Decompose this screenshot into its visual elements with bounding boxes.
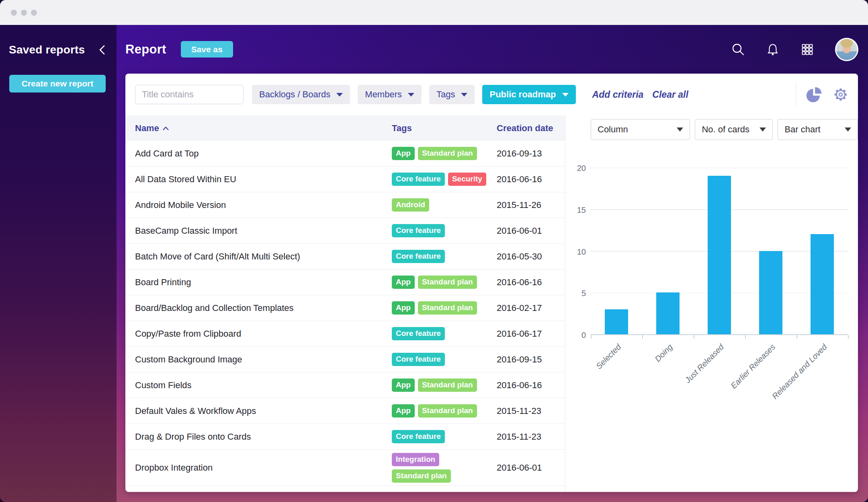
search-icon[interactable] bbox=[731, 43, 745, 56]
filter-backlogs-boards[interactable]: Backlogs / Boards bbox=[252, 85, 350, 104]
pie-chart-icon[interactable] bbox=[806, 86, 823, 103]
clear-all-link[interactable]: Clear all bbox=[652, 89, 688, 100]
table-row[interactable]: Board PrintingAppStandard plan2016-06-16 bbox=[125, 270, 565, 295]
tag-pill: App bbox=[392, 301, 415, 315]
table-row[interactable]: Board/Backlog and Collection TemplatesAp… bbox=[125, 295, 565, 321]
caret-down-icon bbox=[336, 93, 343, 97]
window-dot[interactable] bbox=[21, 10, 27, 16]
filter-tags[interactable]: Tags bbox=[429, 85, 475, 104]
title-contains-input[interactable] bbox=[135, 85, 244, 104]
table-row[interactable]: Batch Move of Card (Shift/Alt Multi Sele… bbox=[125, 244, 565, 270]
create-report-button[interactable]: Create new report bbox=[9, 75, 106, 93]
table-row[interactable]: Add Card at TopAppStandard plan2016-09-1… bbox=[125, 141, 565, 167]
collapse-sidebar-button[interactable] bbox=[99, 45, 105, 55]
select-value: Bar chart bbox=[784, 124, 820, 135]
save-as-button[interactable]: Save as bbox=[181, 41, 233, 58]
filter-public-roadmap[interactable]: Public roadmap bbox=[482, 85, 575, 104]
window-dot[interactable] bbox=[31, 10, 37, 16]
sidebar: Saved reports Create new report bbox=[0, 25, 117, 502]
row-date: 2016-06-17 bbox=[497, 329, 565, 339]
row-tags: Core featureSecurity bbox=[392, 173, 497, 186]
table-row[interactable]: Copy/Paste from ClipboardCore feature201… bbox=[125, 321, 565, 347]
tag-pill: Core feature bbox=[392, 250, 445, 263]
row-tags: Core feature bbox=[392, 430, 497, 443]
filter-members[interactable]: Members bbox=[358, 85, 422, 104]
x-axis-labels: SelectedDoingJust ReleasedEarlier Releas… bbox=[591, 336, 848, 410]
y-axis-label: 10 bbox=[577, 247, 586, 257]
page-title: Report bbox=[125, 42, 166, 57]
apps-grid-icon[interactable] bbox=[800, 43, 814, 56]
row-date: 2016-06-01 bbox=[497, 226, 565, 236]
report-card: Backlogs / Boards Members Tags Public ro… bbox=[125, 74, 858, 492]
filter-divider bbox=[796, 83, 796, 106]
chart-control-type[interactable]: Bar chart bbox=[778, 119, 858, 140]
row-name: BaseCamp Classic Import bbox=[125, 226, 392, 236]
row-tags: AppStandard plan bbox=[392, 379, 497, 392]
y-axis-label: 0 bbox=[581, 331, 586, 340]
row-tags: IntegrationStandard plan bbox=[392, 453, 497, 483]
gridline bbox=[591, 168, 848, 169]
chevron-left-icon bbox=[99, 45, 105, 55]
row-date: 2015-11-23 bbox=[497, 406, 565, 416]
tag-pill: Integration bbox=[392, 453, 439, 466]
row-tags: AppStandard plan bbox=[392, 404, 497, 418]
row-name: Custom Background Image bbox=[125, 354, 392, 365]
table-row[interactable]: BaseCamp Classic ImportCore feature2016-… bbox=[125, 218, 565, 244]
x-axis-label: Doing bbox=[653, 342, 674, 364]
table-row[interactable]: Dropbox IntegrationIntegrationStandard p… bbox=[125, 450, 565, 486]
table-row[interactable]: Drag & Drop Files onto CardsCore feature… bbox=[125, 424, 565, 450]
bell-icon[interactable] bbox=[766, 43, 780, 56]
x-axis-label: Just Released bbox=[683, 342, 726, 385]
filter-bar: Backlogs / Boards Members Tags Public ro… bbox=[125, 74, 858, 115]
row-name: Custom Fields bbox=[125, 380, 392, 391]
chart-section: Column No. of cards Bar chart bbox=[565, 115, 858, 492]
row-date: 2016-02-17 bbox=[497, 303, 565, 313]
caret-down-icon bbox=[461, 93, 467, 97]
column-header-name[interactable]: Name bbox=[125, 123, 392, 134]
table-row[interactable]: Custom FieldsAppStandard plan2016-06-16 bbox=[125, 372, 565, 398]
filter-label: Members bbox=[365, 89, 402, 100]
table-row[interactable]: Android Mobile VersionAndroid2015-11-26 bbox=[125, 192, 565, 218]
row-name: Dropbox Integration bbox=[125, 463, 392, 473]
table-header: Name Tags Creation date bbox=[125, 115, 565, 141]
column-header-tags[interactable]: Tags bbox=[392, 123, 497, 134]
y-axis-labels: 05101520 bbox=[567, 168, 586, 335]
main-header: Report Save as bbox=[117, 25, 868, 74]
row-name: Board Printing bbox=[125, 277, 392, 288]
row-date: 2015-11-23 bbox=[497, 432, 565, 442]
window-dot[interactable] bbox=[11, 10, 17, 16]
row-name: Copy/Paste from Clipboard bbox=[125, 329, 392, 339]
x-axis-label: Released and Loved bbox=[770, 342, 829, 401]
gear-icon[interactable] bbox=[832, 86, 849, 103]
chart-controls: Column No. of cards Bar chart bbox=[591, 119, 858, 140]
avatar[interactable] bbox=[835, 38, 858, 61]
select-value: No. of cards bbox=[702, 124, 749, 135]
table-row[interactable]: Custom Background ImageCore feature2016-… bbox=[125, 347, 565, 372]
add-criteria-link[interactable]: Add criteria bbox=[592, 89, 644, 100]
row-date: 2016-09-13 bbox=[497, 148, 565, 159]
row-name: Batch Move of Card (Shift/Alt Multi Sele… bbox=[125, 251, 392, 262]
app-window: Saved reports Create new report Report S… bbox=[0, 0, 868, 502]
column-header-date[interactable]: Creation date bbox=[497, 123, 565, 134]
sort-ascending-icon bbox=[163, 126, 169, 130]
tag-pill: Security bbox=[448, 173, 486, 186]
table-row[interactable]: All Data Stored Within EUCore featureSec… bbox=[125, 167, 565, 192]
tag-pill: Standard plan bbox=[418, 147, 477, 160]
chart-control-measure[interactable]: No. of cards bbox=[695, 119, 773, 140]
tag-pill: Standard plan bbox=[418, 276, 477, 289]
chart-bar bbox=[708, 176, 731, 334]
filter-label: Backlogs / Boards bbox=[259, 89, 330, 100]
row-date: 2016-06-16 bbox=[497, 380, 565, 391]
row-date: 2015-11-26 bbox=[497, 200, 565, 210]
tag-pill: App bbox=[392, 147, 415, 160]
row-date: 2016-06-01 bbox=[497, 463, 565, 473]
row-date: 2016-06-16 bbox=[497, 277, 565, 288]
chart-bar bbox=[656, 292, 680, 334]
caret-down-icon bbox=[677, 128, 683, 132]
chart-control-group-by[interactable]: Column bbox=[591, 119, 690, 140]
tag-pill: Core feature bbox=[392, 224, 445, 237]
filter-label: Tags bbox=[436, 89, 455, 100]
axis-tick bbox=[848, 335, 849, 339]
tag-pill: Android bbox=[392, 198, 429, 212]
table-row[interactable]: Default Vales & Workflow AppsAppStandard… bbox=[125, 398, 565, 424]
